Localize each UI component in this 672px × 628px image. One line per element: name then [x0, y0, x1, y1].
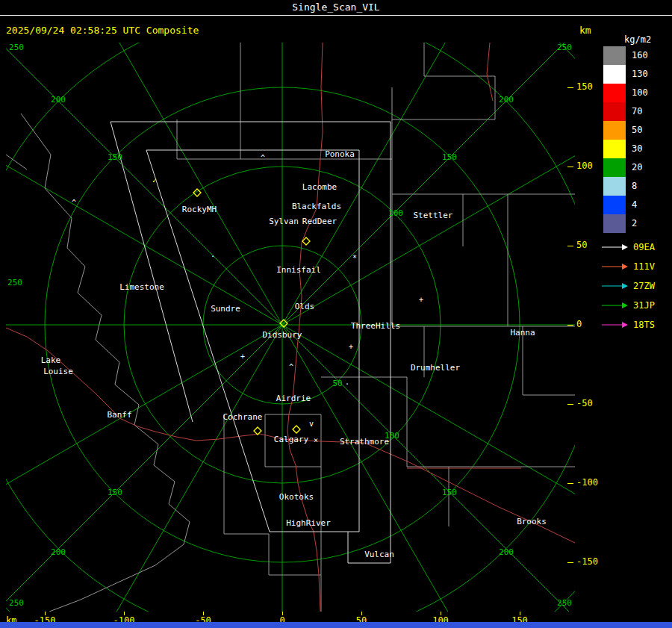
colorbar-row: 130: [603, 65, 648, 84]
city-label-innisfail: Innisfail: [276, 265, 321, 275]
city-label-sylvan: Sylvan: [269, 217, 299, 226]
range-ring-label: 200: [51, 95, 66, 105]
city-label-olds: Olds: [295, 302, 315, 311]
y-axis-unit-label: km: [579, 25, 591, 36]
town-marker: ^: [289, 363, 293, 371]
window-title: Single_Scan_VIL: [292, 1, 379, 13]
range-ring-label: 200: [499, 547, 514, 557]
colorbar-unit-label: kg/m2: [624, 34, 651, 45]
range-ring-label: 150: [442, 488, 457, 497]
range-ring-label: 250: [9, 598, 24, 608]
colorbar-swatch: [603, 84, 626, 102]
y-tick: [567, 483, 573, 484]
radar-site-marker: [293, 426, 300, 433]
y-tick: [567, 87, 573, 88]
town-marker: +: [419, 296, 423, 304]
y-tick: [567, 562, 573, 563]
colorbar-swatch: [603, 214, 626, 233]
y-tick-label: 150: [576, 81, 593, 92]
colorbar-value: 4: [632, 196, 637, 214]
y-tick-label: 100: [576, 161, 593, 171]
radar-id-label: 18TS: [633, 320, 655, 330]
radar-arrow-icon: [602, 282, 629, 290]
y-tick-label: 0: [576, 319, 582, 329]
town-marker: ✓: [152, 176, 157, 184]
radar-map: 5010010015015015015020020020020025025025…: [6, 43, 575, 612]
colorbar-swatch: [603, 177, 626, 196]
city-label-cochrane: Cochrane: [223, 412, 263, 422]
colorbar-row: 4: [603, 196, 648, 214]
range-ring-label: 150: [108, 152, 122, 162]
range-ring-label: 100: [388, 208, 403, 218]
radar-id-label: 09EA: [633, 242, 655, 252]
city-label-drumheller: Drumheller: [411, 363, 461, 373]
city-label-lake: Lake: [41, 355, 61, 365]
city-label-didsbury: Didsbury: [263, 330, 302, 340]
radar-id-label: 31JP: [633, 300, 655, 311]
radar-arrow-icon: [602, 320, 629, 329]
city-label-blackfalds: Blackfalds: [292, 202, 341, 211]
town-marker: v: [309, 420, 314, 428]
city-label-rockymh: RockyMH: [182, 205, 217, 214]
range-ring-label: 150: [442, 152, 457, 162]
colorbar-swatch: [603, 196, 626, 214]
city-label-louise: Louise: [43, 367, 73, 376]
colorbar-swatch: [603, 46, 626, 65]
y-tick-label: -150: [576, 556, 598, 567]
colorbar-row: 50: [603, 121, 648, 140]
town-marker: +: [240, 352, 245, 361]
city-label-okotoks: Okotoks: [279, 492, 314, 502]
radar-arrow-head: [622, 283, 628, 289]
radar-arrow-head: [622, 244, 628, 250]
radar-legend-row: 18TS: [602, 315, 655, 335]
colorbar-value: 30: [632, 140, 642, 158]
y-tick-label: -50: [576, 398, 593, 408]
radar-site-marker: [254, 427, 261, 435]
y-tick: [567, 325, 573, 326]
range-ring-label: 50: [332, 379, 342, 388]
horizontal-scrollbar[interactable]: [0, 622, 672, 628]
y-tick-label: 50: [576, 240, 587, 250]
y-axis: 150100500-50-100-150: [567, 43, 602, 612]
colorbar-value: 20: [632, 158, 642, 177]
city-label-brooks: Brooks: [517, 517, 547, 526]
radar-site-legend: 09EA111V27ZW31JP18TS: [602, 237, 655, 335]
colorbar-value: 130: [632, 65, 648, 84]
range-ring-label: 200: [499, 95, 514, 105]
town-marker: ·: [211, 252, 215, 261]
town-marker: *: [352, 254, 357, 262]
colorbar-value: 2: [632, 214, 637, 233]
city-label-hanna: Hanna: [510, 328, 535, 338]
colorbar-row: 8: [603, 177, 648, 196]
range-ring-label: 250: [7, 278, 22, 287]
radar-legend-row: 31JP: [602, 296, 655, 315]
city-label-banff: Banff: [107, 410, 131, 420]
city-label-ponoka: Ponoka: [325, 149, 355, 159]
colorbar-swatch: [603, 140, 626, 158]
radar-arrow-head: [622, 302, 628, 308]
colorbar-row: 2: [603, 214, 648, 233]
city-label-sundre: Sundre: [211, 304, 240, 314]
radar-legend-row: 27ZW: [602, 276, 655, 296]
range-ring-label: 150: [108, 488, 122, 497]
city-label-vulcan: Vulcan: [364, 550, 394, 559]
colorbar-row: 100: [603, 84, 648, 102]
town-marker: ·: [345, 380, 349, 388]
colorbar-swatch: [603, 158, 626, 177]
town-marker: +: [349, 343, 353, 351]
colorbar-row: 30: [603, 140, 648, 158]
y-tick: [567, 167, 573, 167]
colorbar: 16013010070503020842: [603, 46, 648, 233]
radar-legend-row: 111V: [602, 257, 655, 276]
app-window: Single_Scan_VIL 2025/09/24 02:58:25 UTC …: [0, 0, 672, 628]
radar-arrow-head: [622, 264, 628, 270]
city-label-reddeer: RedDeer: [302, 217, 337, 226]
y-tick-label: -100: [576, 477, 598, 488]
colorbar-swatch: [603, 65, 626, 84]
radar-id-label: 111V: [633, 261, 655, 272]
city-label-airdrie: Airdrie: [276, 394, 311, 403]
city-label-highriver: HighRiver: [286, 518, 331, 528]
colorbar-value: 8: [632, 177, 637, 196]
city-label-threehills: ThreeHills: [351, 321, 400, 331]
highway-line: [487, 43, 493, 101]
